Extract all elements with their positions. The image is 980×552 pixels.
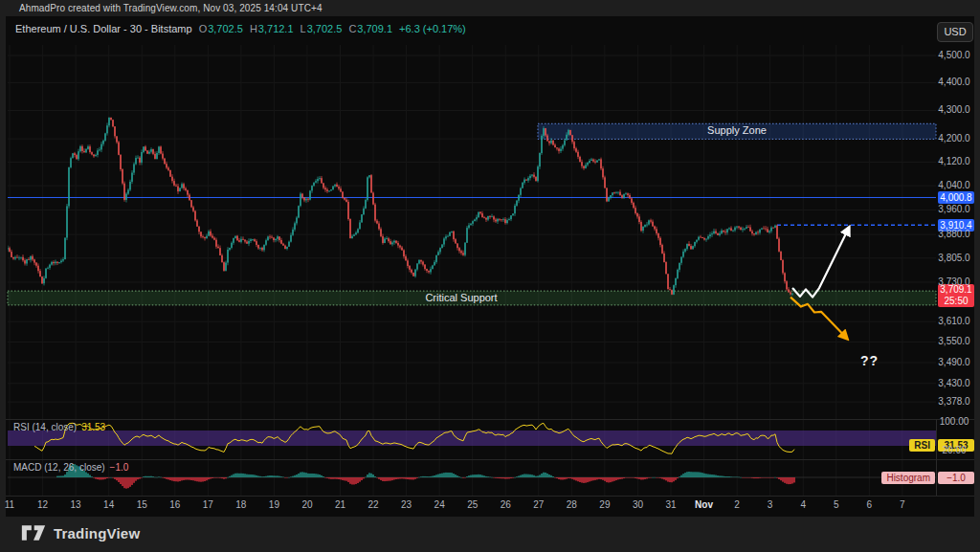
price-tick-label: 3,805.0	[936, 253, 972, 263]
time-tick-label: 16	[169, 499, 180, 510]
time-tick-label: 24	[434, 499, 445, 510]
change-value: +6.3 (+0.17%)	[399, 23, 466, 34]
time-tick-label: 4	[800, 499, 806, 510]
price-tick-label: 4,040.0	[936, 180, 972, 190]
time-tick-label: 30	[633, 499, 643, 510]
price-tick-label: 3,430.0	[936, 378, 972, 388]
low-label: L	[301, 23, 306, 34]
price-level-badge-4000: 4,000.8	[938, 191, 974, 204]
price-tick-label: 3,490.0	[936, 357, 972, 367]
last-price-badge: 3,709.1 25:50	[938, 284, 974, 307]
rsi-tick-label: 100.00	[936, 416, 972, 427]
macd-legend-title: MACD (12, 26, close)	[13, 462, 105, 473]
symbol-title[interactable]: Ethereum / U.S. Dollar - 30 - Bitstamp	[15, 23, 192, 34]
price-tick-label: 4,120.0	[936, 156, 972, 166]
time-tick-label: 25	[467, 499, 478, 510]
tradingview-logo[interactable]: TradingView	[21, 523, 140, 542]
high-label: H	[250, 23, 257, 34]
tradingview-logo-icon	[21, 523, 46, 542]
time-tick-label: 23	[401, 499, 412, 510]
time-tick-label: 11	[5, 499, 14, 510]
time-tick-label: 31	[665, 499, 676, 510]
price-tick-label: 4,400.0	[936, 77, 972, 87]
bar-countdown: 25:50	[938, 296, 974, 307]
macd-legend-value: −1.0	[110, 462, 129, 473]
macd-histogram	[8, 464, 936, 489]
time-tick-label: 3	[768, 499, 773, 510]
time-tick-label: 7	[900, 499, 905, 510]
symbol-legend[interactable]: Ethereum / U.S. Dollar - 30 - BitstampO3…	[15, 23, 466, 34]
time-tick-label: 27	[533, 499, 544, 510]
time-tick-label: 6	[867, 499, 873, 510]
macd-pane-badge: Histogram	[881, 472, 935, 484]
time-tick-label: 14	[103, 499, 114, 510]
currency-toggle-button[interactable]: USD	[937, 22, 973, 42]
price-tick-label: 4,500.0	[936, 50, 972, 60]
time-tick-label: 2	[734, 499, 740, 510]
macd-legend[interactable]: MACD (12, 26, close)−1.0	[13, 462, 128, 473]
time-tick-label: 18	[235, 499, 246, 510]
time-tick-label: 5	[834, 499, 839, 510]
grid	[8, 45, 936, 496]
rsi-legend-value: 31.53	[81, 422, 105, 432]
high-value: 3,712.1	[258, 23, 294, 34]
price-tick-label: 3,550.0	[936, 336, 972, 346]
rsi-legend[interactable]: RSI (14, close)31.53	[13, 422, 105, 432]
price-tick-label: 3,610.0	[936, 316, 972, 326]
price-tick-label: 3,880.0	[936, 229, 972, 239]
time-tick-label: 29	[599, 499, 610, 510]
candlesticks	[7, 117, 794, 296]
price-tick-label: 3,378.0	[936, 396, 972, 407]
time-tick-label: 19	[269, 499, 279, 510]
tradingview-logo-text: TradingView	[54, 525, 140, 541]
time-tick-label: 15	[137, 499, 147, 510]
low-value: 3,702.5	[307, 23, 343, 34]
time-tick-label: 28	[567, 499, 577, 510]
time-tick-label: 20	[301, 499, 312, 510]
time-tick-label: 22	[368, 499, 378, 510]
time-tick-label: 17	[203, 499, 213, 510]
time-tick-label: 13	[71, 499, 81, 510]
price-tick-label: 3,960.0	[936, 204, 972, 214]
bullish-arrow[interactable]	[792, 228, 849, 298]
open-label: O	[199, 23, 208, 34]
critical-support-label: Critical Support	[425, 292, 497, 303]
rsi-legend-title: RSI (14, close)	[13, 422, 77, 432]
supply-zone-label: Supply Zone	[707, 124, 767, 136]
close-value: 3,709.1	[357, 23, 392, 34]
rsi-tick-label: 20.00	[936, 445, 972, 455]
price-tick-label: 4,200.0	[936, 133, 972, 144]
close-label: C	[348, 23, 356, 34]
price-tick-label: 3,730.0	[936, 276, 972, 287]
price-tick-label: 4,300.0	[936, 104, 972, 115]
time-tick-label: 26	[501, 499, 511, 510]
rsi-pane-badge: RSI	[909, 439, 935, 452]
chart-snapshot-frame: AhmadPro created with TradingView.com, N…	[0, 0, 980, 552]
chart-canvas[interactable]	[0, 0, 980, 552]
macd-value-badge: −1.0	[938, 472, 974, 484]
question-annotation: ??	[860, 353, 879, 368]
time-tick-label: 21	[335, 499, 345, 510]
time-tick-label: Nov	[695, 499, 713, 510]
time-tick-label: 12	[37, 499, 48, 510]
rsi-band	[8, 431, 936, 446]
open-value: 3,702.5	[208, 23, 243, 34]
